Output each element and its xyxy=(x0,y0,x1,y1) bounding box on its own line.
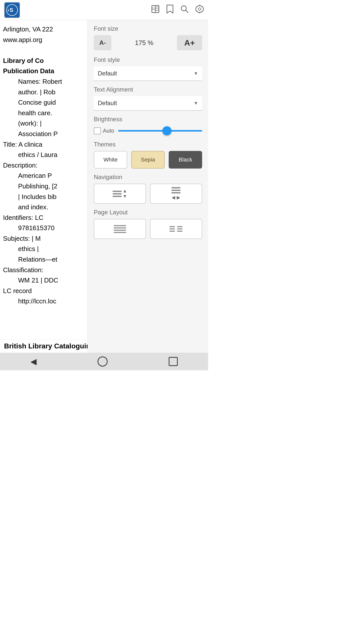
book-line: | Includes bib xyxy=(3,192,85,202)
nav-vertical-icon: ▲ ▼ xyxy=(113,188,127,199)
font-percent-display: 175 % xyxy=(114,39,174,47)
nav-row: ▲ ▼ ◀ ▶ xyxy=(94,184,202,204)
book-line: ethics | xyxy=(3,244,85,254)
layout-single-icon xyxy=(114,225,126,233)
book-line: Library of Co xyxy=(3,56,85,66)
brightness-row: Auto xyxy=(94,126,202,136)
nav-horizontal-icon: ◀ ▶ xyxy=(171,187,180,200)
nav-line xyxy=(171,192,180,193)
settings-icon[interactable] xyxy=(195,5,204,15)
brightness-slider-track[interactable] xyxy=(118,130,202,132)
book-content: Arlington, VA 222 www.appi.org Library o… xyxy=(0,20,88,353)
font-size-row: A- 175 % A+ xyxy=(94,35,202,50)
theme-white-button[interactable]: White xyxy=(94,151,127,169)
recents-square-icon xyxy=(169,357,178,366)
logo-button[interactable]: ‹ S xyxy=(4,2,20,18)
layout-line xyxy=(114,230,126,231)
brightness-slider-container xyxy=(118,126,202,136)
book-line: Concise guid xyxy=(3,97,85,108)
svg-point-12 xyxy=(198,8,201,10)
layout-line xyxy=(177,231,183,232)
svg-text:‹: ‹ xyxy=(8,7,9,13)
book-line: Subjects: | M xyxy=(3,233,85,244)
layout-line xyxy=(114,225,126,226)
font-style-label: Font style xyxy=(94,56,202,63)
home-system-button[interactable] xyxy=(98,356,108,367)
page-layout-label: Page Layout xyxy=(94,209,202,216)
book-line: Publication Data xyxy=(3,66,85,76)
theme-sepia-button[interactable]: Sepia xyxy=(131,151,165,169)
brightness-slider-thumb[interactable] xyxy=(162,126,171,135)
book-line: Publishing, [2 xyxy=(3,181,85,192)
search-icon[interactable] xyxy=(180,5,189,15)
text-alignment-arrow-icon: ▼ xyxy=(194,101,198,106)
navigation-label: Navigation xyxy=(94,174,202,181)
layout-line xyxy=(169,231,175,232)
bookmark-icon[interactable] xyxy=(166,5,174,15)
brightness-label: Brightness xyxy=(94,116,202,123)
top-bar-icons xyxy=(151,5,204,15)
layout-line xyxy=(114,232,126,233)
themes-label: Themes xyxy=(94,141,202,148)
font-decrease-button[interactable]: A- xyxy=(94,35,111,50)
book-line: (work): | xyxy=(3,118,85,129)
book-icon[interactable] xyxy=(151,5,160,15)
nav-line xyxy=(113,193,122,194)
navigation-section: Navigation ▲ ▼ xyxy=(94,174,202,204)
font-style-section: Font style Default ▼ xyxy=(94,56,202,81)
nav-line xyxy=(113,191,122,192)
layout-line xyxy=(114,227,126,228)
font-style-dropdown[interactable]: Default ▼ xyxy=(94,66,202,81)
layout-line xyxy=(169,228,175,229)
font-size-label: Font size xyxy=(94,25,202,32)
svg-text:S: S xyxy=(10,7,13,13)
book-line: Relations—et xyxy=(3,254,85,265)
nav-line xyxy=(171,187,180,188)
theme-black-button[interactable]: Black xyxy=(169,151,202,169)
logo-inner: ‹ S xyxy=(6,4,18,16)
settings-panel: Font size A- 175 % A+ Font style Default… xyxy=(87,20,208,353)
nav-vertical-button[interactable]: ▲ ▼ xyxy=(94,184,146,204)
brightness-section: Brightness Auto xyxy=(94,116,202,136)
nav-line xyxy=(171,190,180,191)
layout-line xyxy=(177,226,183,227)
book-line: Description: xyxy=(3,160,85,171)
auto-checkbox[interactable] xyxy=(94,127,101,134)
book-line: Identifiers: LC xyxy=(3,213,85,223)
back-system-button[interactable]: ◀ xyxy=(30,357,37,366)
nav-horizontal-button[interactable]: ◀ ▶ xyxy=(150,184,202,204)
layout-double-icon xyxy=(169,226,183,232)
book-line: health care. xyxy=(3,108,85,118)
book-line: American P xyxy=(3,171,85,181)
font-increase-button[interactable]: A+ xyxy=(177,35,202,50)
nav-line xyxy=(113,196,122,197)
nav-up-arrow-icon: ▲ xyxy=(123,188,127,194)
recents-system-button[interactable] xyxy=(169,357,178,366)
book-line: www.appi.org xyxy=(3,35,85,45)
themes-row: White Sepia Black xyxy=(94,151,202,169)
layout-line xyxy=(169,226,175,227)
auto-checkbox-label: Auto xyxy=(94,127,114,134)
layout-line xyxy=(177,228,183,229)
nav-right-arrow-icon: ▶ xyxy=(177,195,180,200)
layout-single-button[interactable] xyxy=(94,219,146,239)
auto-label: Auto xyxy=(103,128,114,134)
font-style-arrow-icon: ▼ xyxy=(194,71,198,76)
text-alignment-value: Default xyxy=(98,100,117,107)
layout-row xyxy=(94,219,202,239)
book-line: 9781615370 xyxy=(3,223,85,233)
svg-line-11 xyxy=(186,10,188,13)
nav-down-arrow-icon: ▼ xyxy=(123,194,127,199)
book-line: Classification: xyxy=(3,265,85,275)
text-alignment-label: Text Alignment xyxy=(94,86,202,93)
text-alignment-dropdown[interactable]: Default ▼ xyxy=(94,96,202,111)
text-alignment-section: Text Alignment Default ▼ xyxy=(94,86,202,111)
home-circle-icon xyxy=(98,356,108,367)
nav-lines-icon xyxy=(113,191,122,197)
book-line: ethics / Laura xyxy=(3,150,85,160)
bottom-navigation-bar: ◀ xyxy=(0,353,208,370)
font-style-value: Default xyxy=(98,70,117,77)
layout-double-button[interactable] xyxy=(150,219,202,239)
book-line: Association P xyxy=(3,129,85,139)
appi-logo-svg: ‹ S xyxy=(6,4,18,16)
